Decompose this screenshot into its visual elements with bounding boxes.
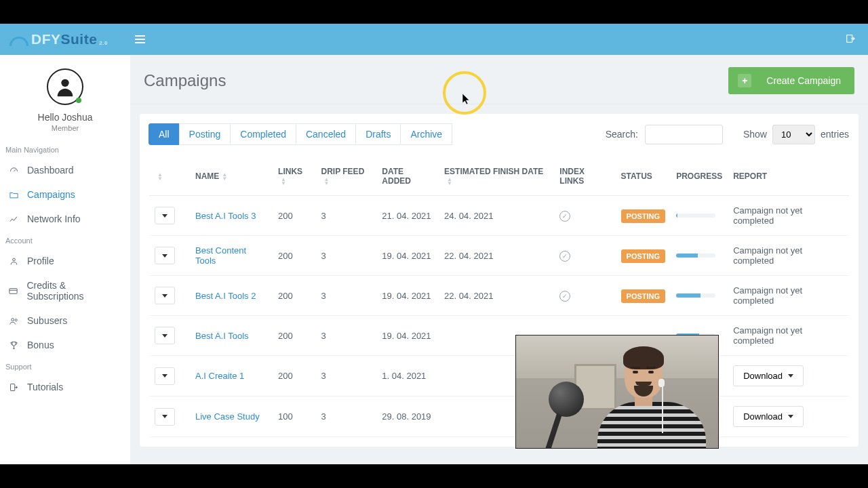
th-est-finish[interactable]: ESTIMATED FINISH DATE▲▼ [439, 161, 554, 196]
cell-links: 200 [273, 236, 315, 276]
user-icon [8, 256, 19, 266]
create-campaign-button[interactable]: + Create Campaign [728, 67, 854, 94]
page-title: Campaigns [144, 71, 226, 90]
sidebar-item-label: Credits & Subscriptions [26, 280, 122, 302]
webcam-overlay [515, 335, 719, 449]
th-status[interactable]: STATUS [616, 161, 671, 196]
sidebar-item-tutorials[interactable]: Tutorials [0, 375, 130, 399]
topbar: DFYSuite 2.0 [0, 24, 868, 55]
cell-status: POSTING [616, 276, 671, 316]
sidebar-item-subusers[interactable]: Subusers [0, 308, 130, 333]
th-report[interactable]: REPORT [728, 161, 849, 196]
sidebar-item-label: Bonus [27, 340, 54, 350]
download-button[interactable]: Download [733, 406, 804, 427]
exit-icon [8, 382, 19, 392]
th-date-added[interactable]: DATE ADDED [376, 161, 439, 196]
svg-rect-3 [9, 288, 17, 293]
sidebar-item-bonus[interactable]: Bonus [0, 333, 130, 357]
table-row: Best Content Tools 200 3 19. 04. 2021 22… [149, 236, 849, 276]
entries-select[interactable]: 10 [772, 125, 815, 144]
progress-bar [676, 253, 715, 258]
th-progress[interactable]: PROGRESS [671, 161, 728, 196]
button-label: Create Campaign [766, 75, 841, 86]
cell-date-added: 19. 04. 2021 [376, 236, 439, 276]
campaigns-table: ▲▼ NAME▲▼ LINKS▲▼ DRIP FEED▲▼ DATE ADDED… [149, 161, 849, 437]
table-row: Live Case Study 100 3 29. 08. 2019 Downl… [149, 396, 849, 437]
show-label: Show [743, 129, 767, 140]
campaign-name-link[interactable]: Best A.I Tools [195, 331, 249, 341]
cell-progress [671, 276, 728, 316]
page-header: Campaigns + Create Campaign [130, 55, 868, 104]
tab-completed[interactable]: Completed [230, 123, 296, 145]
row-expand-button[interactable] [155, 367, 175, 385]
row-expand-button[interactable] [155, 287, 175, 304]
logout-icon[interactable] [845, 33, 856, 44]
profile-block: Hello Joshua Member [0, 55, 130, 140]
tab-all[interactable]: All [149, 123, 180, 145]
cell-date-added: 21. 04. 2021 [376, 196, 439, 236]
th-links[interactable]: LINKS▲▼ [273, 161, 315, 196]
svg-rect-6 [10, 384, 14, 390]
chart-line-icon [8, 214, 19, 224]
sidebar-item-label: Dashboard [27, 165, 74, 176]
filter-row: All Posting Completed Canceled Drafts Ar… [149, 123, 849, 145]
sidebar-item-label: Tutorials [27, 382, 63, 392]
check-icon [559, 251, 570, 262]
card-icon [8, 285, 18, 296]
cell-date-added: 19. 04. 2021 [376, 276, 439, 316]
campaign-name-link[interactable]: Best Content Tools [195, 245, 246, 266]
cell-report: Campaign not yet completed [728, 196, 849, 236]
th-drip[interactable]: DRIP FEED▲▼ [316, 161, 377, 196]
cell-date-added: 1. 04. 2021 [376, 356, 439, 396]
sidebar-item-profile[interactable]: Profile [0, 249, 130, 273]
main: Campaigns + Create Campaign All Posting … [130, 55, 868, 464]
search-label: Search: [606, 129, 638, 140]
table-row: Best A.I Tools 200 3 19. 04. 2021 Campai… [149, 316, 849, 356]
campaign-name-link[interactable]: Best A.I Tools 3 [195, 211, 256, 221]
sidebar-item-campaigns[interactable]: Campaigns [0, 182, 130, 207]
sidebar-item-label: Subusers [27, 315, 67, 326]
cell-index [554, 276, 615, 316]
row-expand-button[interactable] [155, 247, 175, 264]
download-button[interactable]: Download [733, 365, 804, 386]
campaign-name-link[interactable]: Live Case Study [195, 411, 260, 422]
sort-icon: ▲▼ [324, 178, 330, 186]
logo[interactable]: DFYSuite 2.0 [9, 31, 108, 47]
sidebar-item-label: Campaigns [27, 189, 75, 200]
sidebar-item-credits[interactable]: Credits & Subscriptions [0, 273, 130, 308]
cell-drip: 3 [316, 316, 377, 356]
nav-section-main: Main Navigation [0, 140, 130, 158]
svg-point-1 [61, 79, 68, 87]
search-input[interactable] [645, 125, 723, 144]
users-icon [8, 315, 19, 326]
greeting: Hello Joshua [0, 112, 130, 123]
campaign-name-link[interactable]: Best A.I Tools 2 [195, 291, 256, 301]
row-expand-button[interactable] [155, 327, 175, 344]
row-expand-button[interactable] [155, 408, 175, 426]
report-text: Campaign not yet completed [733, 325, 802, 346]
cell-links: 200 [273, 356, 315, 396]
row-expand-button[interactable] [155, 207, 175, 224]
cell-drip: 3 [316, 236, 377, 276]
report-text: Campaign not yet completed [733, 245, 802, 266]
tab-posting[interactable]: Posting [179, 123, 231, 145]
svg-point-4 [11, 318, 14, 321]
hamburger-icon[interactable] [135, 33, 145, 45]
campaign-name-link[interactable]: A.I Creaite 1 [195, 371, 244, 381]
avatar[interactable] [47, 68, 83, 105]
tab-canceled[interactable]: Canceled [296, 123, 356, 145]
tab-archive[interactable]: Archive [400, 123, 452, 145]
th-index-links[interactable]: INDEX LINKS [554, 161, 615, 196]
th-name[interactable]: NAME▲▼ [190, 161, 273, 196]
folder-icon [8, 189, 19, 200]
sort-icon[interactable]: ▲▼ [157, 173, 163, 181]
cell-drip: 3 [316, 276, 377, 316]
cell-links: 200 [273, 316, 315, 356]
status-badge: POSTING [621, 249, 666, 263]
sort-icon: ▲▼ [281, 178, 286, 186]
cell-report: Download [728, 356, 849, 396]
cell-progress [671, 236, 728, 276]
sidebar-item-network-info[interactable]: Network Info [0, 207, 130, 231]
sidebar-item-dashboard[interactable]: Dashboard [0, 158, 130, 182]
tab-drafts[interactable]: Drafts [355, 123, 401, 145]
